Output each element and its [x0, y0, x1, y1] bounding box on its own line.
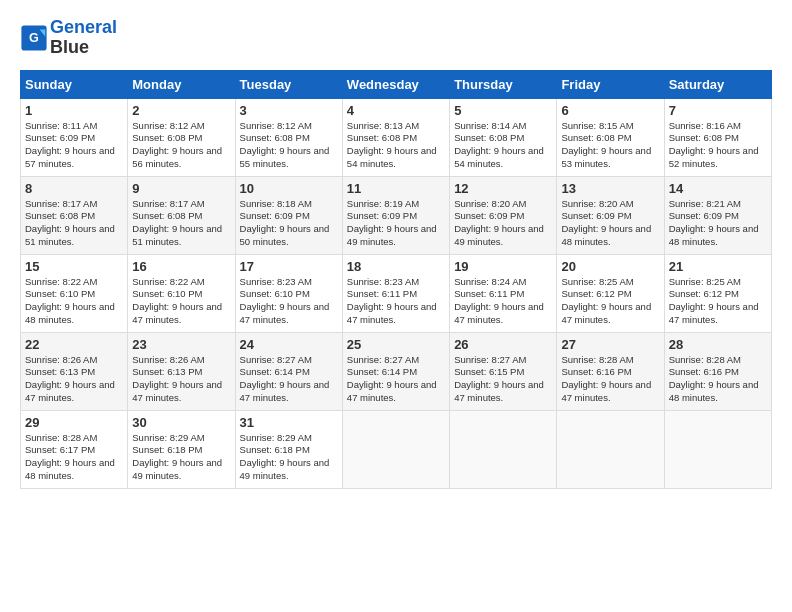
day-cell: 31Sunrise: 8:29 AMSunset: 6:18 PMDayligh… [235, 410, 342, 488]
day-info: Sunrise: 8:20 AMSunset: 6:09 PMDaylight:… [561, 198, 651, 247]
day-number: 28 [669, 337, 767, 352]
day-cell: 2Sunrise: 8:12 AMSunset: 6:08 PMDaylight… [128, 98, 235, 176]
day-info: Sunrise: 8:24 AMSunset: 6:11 PMDaylight:… [454, 276, 544, 325]
day-cell: 17Sunrise: 8:23 AMSunset: 6:10 PMDayligh… [235, 254, 342, 332]
day-cell: 16Sunrise: 8:22 AMSunset: 6:10 PMDayligh… [128, 254, 235, 332]
day-number: 4 [347, 103, 445, 118]
day-info: Sunrise: 8:27 AMSunset: 6:15 PMDaylight:… [454, 354, 544, 403]
day-number: 2 [132, 103, 230, 118]
day-number: 5 [454, 103, 552, 118]
day-number: 12 [454, 181, 552, 196]
logo-general: General [50, 17, 117, 37]
day-info: Sunrise: 8:28 AMSunset: 6:17 PMDaylight:… [25, 432, 115, 481]
day-info: Sunrise: 8:22 AMSunset: 6:10 PMDaylight:… [132, 276, 222, 325]
day-number: 19 [454, 259, 552, 274]
day-number: 26 [454, 337, 552, 352]
week-row-3: 15Sunrise: 8:22 AMSunset: 6:10 PMDayligh… [21, 254, 772, 332]
day-cell: 26Sunrise: 8:27 AMSunset: 6:15 PMDayligh… [450, 332, 557, 410]
logo-blue: Blue [50, 38, 117, 58]
day-cell: 1Sunrise: 8:11 AMSunset: 6:09 PMDaylight… [21, 98, 128, 176]
day-number: 18 [347, 259, 445, 274]
day-info: Sunrise: 8:16 AMSunset: 6:08 PMDaylight:… [669, 120, 759, 169]
day-info: Sunrise: 8:18 AMSunset: 6:09 PMDaylight:… [240, 198, 330, 247]
day-number: 8 [25, 181, 123, 196]
day-cell: 10Sunrise: 8:18 AMSunset: 6:09 PMDayligh… [235, 176, 342, 254]
day-number: 6 [561, 103, 659, 118]
weekday-header-wednesday: Wednesday [342, 70, 449, 98]
day-number: 29 [25, 415, 123, 430]
day-cell: 25Sunrise: 8:27 AMSunset: 6:14 PMDayligh… [342, 332, 449, 410]
day-number: 7 [669, 103, 767, 118]
day-number: 22 [25, 337, 123, 352]
weekday-header-monday: Monday [128, 70, 235, 98]
day-number: 10 [240, 181, 338, 196]
day-cell [450, 410, 557, 488]
day-number: 9 [132, 181, 230, 196]
day-number: 17 [240, 259, 338, 274]
logo: G General Blue [20, 18, 117, 58]
week-row-2: 8Sunrise: 8:17 AMSunset: 6:08 PMDaylight… [21, 176, 772, 254]
day-info: Sunrise: 8:20 AMSunset: 6:09 PMDaylight:… [454, 198, 544, 247]
day-info: Sunrise: 8:21 AMSunset: 6:09 PMDaylight:… [669, 198, 759, 247]
day-cell: 3Sunrise: 8:12 AMSunset: 6:08 PMDaylight… [235, 98, 342, 176]
weekday-header-thursday: Thursday [450, 70, 557, 98]
day-number: 14 [669, 181, 767, 196]
day-cell: 14Sunrise: 8:21 AMSunset: 6:09 PMDayligh… [664, 176, 771, 254]
calendar-container: G General Blue SundayMondayTuesdayWednes… [0, 0, 792, 499]
day-cell: 18Sunrise: 8:23 AMSunset: 6:11 PMDayligh… [342, 254, 449, 332]
weekday-header-friday: Friday [557, 70, 664, 98]
day-cell: 20Sunrise: 8:25 AMSunset: 6:12 PMDayligh… [557, 254, 664, 332]
day-cell: 28Sunrise: 8:28 AMSunset: 6:16 PMDayligh… [664, 332, 771, 410]
day-cell: 15Sunrise: 8:22 AMSunset: 6:10 PMDayligh… [21, 254, 128, 332]
day-info: Sunrise: 8:25 AMSunset: 6:12 PMDaylight:… [669, 276, 759, 325]
day-cell: 13Sunrise: 8:20 AMSunset: 6:09 PMDayligh… [557, 176, 664, 254]
weekday-header-sunday: Sunday [21, 70, 128, 98]
calendar-table: SundayMondayTuesdayWednesdayThursdayFrid… [20, 70, 772, 489]
day-cell [342, 410, 449, 488]
week-row-4: 22Sunrise: 8:26 AMSunset: 6:13 PMDayligh… [21, 332, 772, 410]
day-number: 16 [132, 259, 230, 274]
weekday-header-tuesday: Tuesday [235, 70, 342, 98]
day-cell: 30Sunrise: 8:29 AMSunset: 6:18 PMDayligh… [128, 410, 235, 488]
weekday-header-saturday: Saturday [664, 70, 771, 98]
day-cell: 23Sunrise: 8:26 AMSunset: 6:13 PMDayligh… [128, 332, 235, 410]
day-number: 30 [132, 415, 230, 430]
day-info: Sunrise: 8:28 AMSunset: 6:16 PMDaylight:… [561, 354, 651, 403]
day-info: Sunrise: 8:26 AMSunset: 6:13 PMDaylight:… [25, 354, 115, 403]
day-number: 1 [25, 103, 123, 118]
day-info: Sunrise: 8:17 AMSunset: 6:08 PMDaylight:… [25, 198, 115, 247]
day-info: Sunrise: 8:23 AMSunset: 6:10 PMDaylight:… [240, 276, 330, 325]
day-cell: 24Sunrise: 8:27 AMSunset: 6:14 PMDayligh… [235, 332, 342, 410]
weekday-header-row: SundayMondayTuesdayWednesdayThursdayFrid… [21, 70, 772, 98]
day-info: Sunrise: 8:17 AMSunset: 6:08 PMDaylight:… [132, 198, 222, 247]
day-info: Sunrise: 8:29 AMSunset: 6:18 PMDaylight:… [240, 432, 330, 481]
day-info: Sunrise: 8:15 AMSunset: 6:08 PMDaylight:… [561, 120, 651, 169]
day-info: Sunrise: 8:25 AMSunset: 6:12 PMDaylight:… [561, 276, 651, 325]
logo-icon: G [20, 24, 48, 52]
day-number: 23 [132, 337, 230, 352]
day-cell [557, 410, 664, 488]
day-info: Sunrise: 8:11 AMSunset: 6:09 PMDaylight:… [25, 120, 115, 169]
day-cell: 12Sunrise: 8:20 AMSunset: 6:09 PMDayligh… [450, 176, 557, 254]
day-number: 15 [25, 259, 123, 274]
day-cell: 6Sunrise: 8:15 AMSunset: 6:08 PMDaylight… [557, 98, 664, 176]
day-number: 31 [240, 415, 338, 430]
day-info: Sunrise: 8:22 AMSunset: 6:10 PMDaylight:… [25, 276, 115, 325]
day-number: 3 [240, 103, 338, 118]
day-number: 25 [347, 337, 445, 352]
day-cell: 21Sunrise: 8:25 AMSunset: 6:12 PMDayligh… [664, 254, 771, 332]
day-cell: 27Sunrise: 8:28 AMSunset: 6:16 PMDayligh… [557, 332, 664, 410]
day-info: Sunrise: 8:19 AMSunset: 6:09 PMDaylight:… [347, 198, 437, 247]
day-cell: 4Sunrise: 8:13 AMSunset: 6:08 PMDaylight… [342, 98, 449, 176]
day-number: 13 [561, 181, 659, 196]
day-info: Sunrise: 8:14 AMSunset: 6:08 PMDaylight:… [454, 120, 544, 169]
day-number: 24 [240, 337, 338, 352]
day-cell: 7Sunrise: 8:16 AMSunset: 6:08 PMDaylight… [664, 98, 771, 176]
day-cell: 29Sunrise: 8:28 AMSunset: 6:17 PMDayligh… [21, 410, 128, 488]
day-cell [664, 410, 771, 488]
day-cell: 8Sunrise: 8:17 AMSunset: 6:08 PMDaylight… [21, 176, 128, 254]
day-info: Sunrise: 8:29 AMSunset: 6:18 PMDaylight:… [132, 432, 222, 481]
day-info: Sunrise: 8:13 AMSunset: 6:08 PMDaylight:… [347, 120, 437, 169]
day-number: 11 [347, 181, 445, 196]
header: G General Blue [20, 18, 772, 58]
